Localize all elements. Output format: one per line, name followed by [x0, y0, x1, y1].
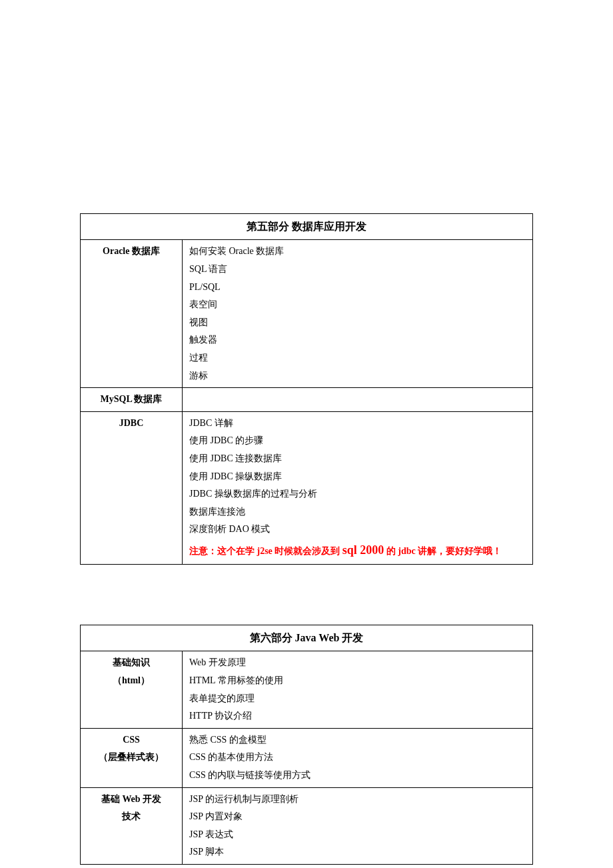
list-item: 使用 JDBC 的步骤: [189, 432, 526, 450]
row-label-line2: （层叠样式表）: [99, 752, 164, 762]
table-row: MySQL 数据库: [81, 388, 533, 412]
row-content: JSP 的运行机制与原理剖析 JSP 内置对象 JSP 表达式 JSP 脚本: [183, 787, 533, 864]
list-item: 游标: [189, 367, 526, 385]
note-big: sql 2000: [342, 543, 384, 557]
row-label: CSS （层叠样式表）: [81, 728, 183, 787]
list-item: 熟悉 CSS 的盒模型: [189, 731, 526, 749]
section5-table: 第五部分 数据库应用开发 Oracle 数据库 如何安装 Oracle 数据库 …: [80, 213, 533, 565]
list-item: CSS 的基本使用方法: [189, 749, 526, 767]
list-item: JSP 表达式: [189, 826, 526, 844]
row-content: Web 开发原理 HTML 常用标签的使用 表单提交的原理 HTTP 协议介绍: [183, 651, 533, 728]
table-row: CSS （层叠样式表） 熟悉 CSS 的盒模型 CSS 的基本使用方法 CSS …: [81, 728, 533, 787]
row-label-line2: （html）: [113, 675, 150, 685]
row-label: 基础知识 （html）: [81, 651, 183, 728]
row-label-line1: 基础知识: [113, 657, 150, 667]
row-label-line2: 技术: [122, 811, 141, 821]
list-item: HTML 常用标签的使用: [189, 672, 526, 690]
list-item: JDBC 详解: [189, 415, 526, 433]
section5-title: 第五部分 数据库应用开发: [81, 214, 533, 240]
list-item: 表空间: [189, 296, 526, 314]
list-item: 过程: [189, 349, 526, 367]
note-text: 注意：这个在学 j2se 时候就会涉及到 sql 2000 的 jdbc 讲解，…: [189, 546, 502, 556]
document-page: 第五部分 数据库应用开发 Oracle 数据库 如何安装 Oracle 数据库 …: [0, 0, 613, 868]
list-item: CSS 的内联与链接等使用方式: [189, 767, 526, 785]
table-row: 基础知识 （html） Web 开发原理 HTML 常用标签的使用 表单提交的原…: [81, 651, 533, 728]
section6-title: 第六部分 Java Web 开发: [81, 625, 533, 651]
list-item: JSP 内置对象: [189, 808, 526, 826]
note-pre: 注意：这个在学 j2se 时候就会涉及到: [189, 546, 342, 556]
section6-table: 第六部分 Java Web 开发 基础知识 （html） Web 开发原理 HT…: [80, 625, 533, 865]
list-item: 使用 JDBC 连接数据库: [189, 450, 526, 468]
row-content: [183, 388, 533, 412]
list-item: 触发器: [189, 331, 526, 349]
row-content: 熟悉 CSS 的盒模型 CSS 的基本使用方法 CSS 的内联与链接等使用方式: [183, 728, 533, 787]
row-label: JDBC: [81, 411, 183, 564]
list-item: SQL 语言: [189, 261, 526, 279]
table-row: Oracle 数据库 如何安装 Oracle 数据库 SQL 语言 PL/SQL…: [81, 240, 533, 388]
row-label: MySQL 数据库: [81, 388, 183, 412]
table-row: JDBC JDBC 详解 使用 JDBC 的步骤 使用 JDBC 连接数据库 使…: [81, 411, 533, 564]
row-content: 如何安装 Oracle 数据库 SQL 语言 PL/SQL 表空间 视图 触发器…: [183, 240, 533, 388]
row-label: Oracle 数据库: [81, 240, 183, 388]
list-item: 视图: [189, 314, 526, 332]
list-item: JSP 脚本: [189, 843, 526, 861]
list-item: 使用 JDBC 操纵数据库: [189, 468, 526, 486]
list-item: JDBC 操纵数据库的过程与分析: [189, 485, 526, 503]
list-item: 如何安装 Oracle 数据库: [189, 243, 526, 261]
list-item: HTTP 协议介绍: [189, 707, 526, 725]
list-item: Web 开发原理: [189, 654, 526, 672]
list-item: 数据库连接池: [189, 503, 526, 521]
table-row: 基础 Web 开发 技术 JSP 的运行机制与原理剖析 JSP 内置对象 JSP…: [81, 787, 533, 864]
list-item: 深度剖析 DAO 模式: [189, 521, 526, 539]
row-content: JDBC 详解 使用 JDBC 的步骤 使用 JDBC 连接数据库 使用 JDB…: [183, 411, 533, 564]
note-post: 的 jdbc 讲解，要好好学哦！: [384, 546, 502, 556]
list-item: JSP 的运行机制与原理剖析: [189, 791, 526, 809]
list-item: 表单提交的原理: [189, 690, 526, 708]
row-label: 基础 Web 开发 技术: [81, 787, 183, 864]
row-label-line1: CSS: [123, 735, 140, 745]
list-item: PL/SQL: [189, 279, 526, 297]
row-label-line1: 基础 Web 开发: [101, 794, 161, 804]
